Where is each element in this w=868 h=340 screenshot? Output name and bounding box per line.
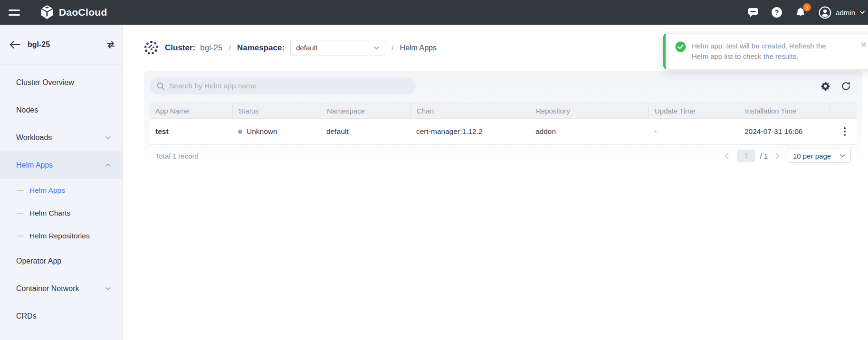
chevron-up-icon bbox=[105, 163, 111, 167]
namespace-select-value: default bbox=[296, 44, 317, 52]
success-check-icon bbox=[675, 41, 686, 52]
topbar: DaoCloud ? 3 bbox=[0, 0, 868, 25]
brand-name: DaoCloud bbox=[59, 7, 107, 18]
current-page-input[interactable]: 1 bbox=[737, 150, 755, 162]
breadcrumb-separator: / bbox=[391, 44, 393, 52]
helm-apps-panel: App Name Status Namespace Chart Reposito… bbox=[144, 71, 862, 167]
feedback-icon[interactable] bbox=[747, 7, 759, 18]
cell-chart: cert-manager:1.12.2 bbox=[410, 127, 530, 136]
sidebar-nav: Cluster Overview Nodes Workloads Helm Ap… bbox=[0, 65, 123, 330]
search-input[interactable] bbox=[169, 82, 409, 90]
header-repository: Repository bbox=[530, 103, 649, 118]
sidebar-item-nodes[interactable]: Nodes bbox=[0, 96, 123, 124]
sidebar-item-helm-repositories[interactable]: Helm Repositories bbox=[0, 225, 123, 247]
page-size-value: 10 per page bbox=[793, 152, 831, 160]
sidebar-item-helm-apps-group[interactable]: Helm Apps bbox=[0, 151, 123, 179]
cluster-value: bgl-25 bbox=[200, 43, 222, 53]
sidebar-cluster-name: bgl-25 bbox=[28, 40, 50, 49]
dash-icon bbox=[17, 236, 24, 236]
table-header: App Name Status Namespace Chart Reposito… bbox=[150, 103, 857, 119]
cluster-dots-icon bbox=[144, 40, 159, 55]
cell-update-time: - bbox=[649, 127, 739, 136]
table-row: test Unknown default cert-manager:1.12.2… bbox=[150, 119, 857, 145]
user-menu[interactable]: admin bbox=[819, 6, 865, 19]
cell-installation-time: 2024-07-31 16:06 bbox=[739, 127, 830, 136]
cell-app-name: test bbox=[150, 127, 232, 136]
next-page-icon[interactable] bbox=[775, 152, 780, 160]
status-dot-icon bbox=[238, 130, 242, 134]
toolbar bbox=[144, 71, 862, 94]
pagination: 1 / 1 10 per page bbox=[725, 149, 851, 163]
notifications-bell-icon[interactable]: 3 bbox=[795, 7, 806, 18]
svg-text:?: ? bbox=[775, 9, 779, 16]
sidebar-cluster-header: bgl-25 bbox=[0, 25, 123, 65]
notification-badge: 3 bbox=[803, 3, 811, 11]
settings-gear-icon[interactable] bbox=[820, 81, 830, 91]
prev-page-icon[interactable] bbox=[725, 152, 729, 160]
namespace-select[interactable]: default bbox=[290, 40, 385, 56]
breadcrumb-separator: / bbox=[229, 44, 231, 52]
sidebar-item-helm-charts[interactable]: Helm Charts bbox=[0, 202, 123, 225]
sidebar-item-operator-app[interactable]: Operator App bbox=[0, 247, 123, 275]
row-actions-kebab-icon[interactable] bbox=[838, 124, 849, 139]
total-pages: / 1 bbox=[760, 152, 768, 160]
search-box bbox=[150, 77, 416, 94]
dash-icon bbox=[17, 190, 24, 191]
header-installation-time: Installation Time bbox=[739, 103, 830, 118]
cluster-label: Cluster: bbox=[165, 43, 195, 53]
header-actions bbox=[830, 103, 857, 118]
breadcrumb-current-page: Helm Apps bbox=[400, 44, 437, 52]
page-size-select[interactable]: 10 per page bbox=[788, 149, 851, 163]
brand: DaoCloud bbox=[40, 5, 107, 20]
chevron-down-icon bbox=[105, 287, 111, 291]
sidebar-item-cluster-overview[interactable]: Cluster Overview bbox=[0, 69, 123, 96]
toast-close-icon[interactable]: ✕ bbox=[860, 40, 867, 50]
table-footer: Total 1 record 1 / 1 10 per page bbox=[150, 145, 857, 167]
namespace-label: Namespace: bbox=[237, 43, 285, 53]
cell-repository: addon bbox=[530, 127, 649, 136]
header-namespace: Namespace bbox=[321, 103, 410, 118]
header-update-time: Update Time bbox=[649, 103, 739, 118]
total-records: Total 1 record bbox=[155, 152, 199, 160]
cell-status: Unknown bbox=[232, 127, 321, 136]
search-icon bbox=[157, 82, 165, 90]
back-button[interactable] bbox=[10, 40, 20, 49]
dash-icon bbox=[17, 213, 24, 214]
refresh-icon[interactable] bbox=[841, 81, 851, 91]
chevron-down-icon bbox=[839, 154, 846, 158]
topbar-actions: ? 3 admin bbox=[747, 6, 868, 19]
sidebar-item-workloads[interactable]: Workloads bbox=[0, 124, 123, 151]
header-chart: Chart bbox=[410, 103, 530, 118]
header-app-name: App Name bbox=[150, 103, 232, 118]
toast-message: Helm app: test will be created. Refresh … bbox=[692, 41, 834, 62]
switch-cluster-icon[interactable] bbox=[106, 40, 116, 49]
sidebar-item-helm-apps[interactable]: Helm Apps bbox=[0, 179, 123, 202]
chevron-down-icon bbox=[105, 136, 111, 140]
username: admin bbox=[836, 9, 855, 17]
chevron-down-icon bbox=[859, 10, 865, 14]
sidebar-item-crds[interactable]: CRDs bbox=[0, 302, 123, 330]
cell-namespace: default bbox=[321, 127, 410, 136]
menu-icon[interactable] bbox=[9, 6, 21, 19]
status-text: Unknown bbox=[247, 127, 277, 136]
main-content: Cluster: bgl-25 / Namespace: default / H… bbox=[123, 25, 868, 340]
sidebar: bgl-25 Cluster Overview Nodes Workloads bbox=[0, 25, 123, 340]
header-status: Status bbox=[232, 103, 321, 118]
chevron-down-icon bbox=[373, 46, 380, 50]
daocloud-logo-icon bbox=[40, 5, 54, 20]
help-icon[interactable]: ? bbox=[771, 7, 782, 18]
toast-notification: Helm app: test will be created. Refresh … bbox=[663, 33, 868, 69]
avatar-icon bbox=[819, 6, 831, 19]
sidebar-item-container-network[interactable]: Container Network bbox=[0, 275, 123, 302]
helm-apps-table: App Name Status Namespace Chart Reposito… bbox=[150, 103, 857, 167]
